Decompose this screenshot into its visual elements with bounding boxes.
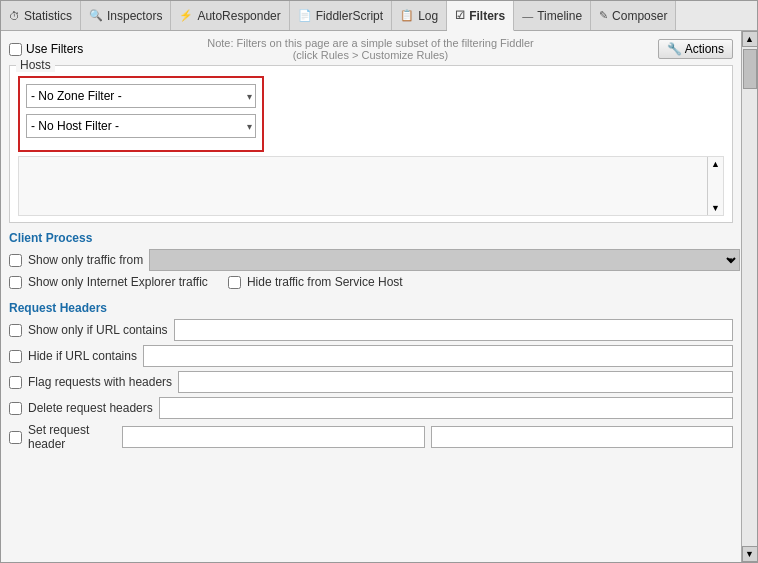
timeline-icon: — [522,10,533,22]
autoresponder-icon: ⚡ [179,9,193,22]
scroll-thumb[interactable] [743,49,757,89]
scroll-down-button[interactable]: ▼ [742,546,758,562]
set-header-name-input[interactable] [122,426,424,448]
set-header-checkbox[interactable] [9,431,22,444]
flag-headers-label: Flag requests with headers [28,375,172,389]
request-headers-header: Request Headers [9,301,733,315]
actions-button[interactable]: 🔧 Actions [658,39,733,59]
host-filter-select[interactable]: - No Host Filter - Show only if URL cont… [26,114,256,138]
tab-autoresponder[interactable]: ⚡ AutoResponder [171,1,289,30]
right-scrollbar: ▲ ▼ [741,31,757,562]
flag-headers-checkbox[interactable] [9,376,22,389]
actions-icon: 🔧 [667,42,682,56]
request-headers-section: Request Headers Show only if URL contain… [9,301,733,451]
hide-url-checkbox[interactable] [9,350,22,363]
hosts-text-area: ▲ ▼ [18,156,724,216]
zone-filter-select[interactable]: - No Zone Filter - Show only Intranet Ho… [26,84,256,108]
tab-log[interactable]: 📋 Log [392,1,447,30]
hosts-dropdowns-container: - No Zone Filter - Show only Intranet Ho… [18,76,264,152]
tab-inspectors[interactable]: 🔍 Inspectors [81,1,171,30]
show-traffic-checkbox[interactable] [9,254,22,267]
top-bar: Use Filters Note: Filters on this page a… [9,37,733,61]
show-url-row: Show only if URL contains [9,319,733,341]
hosts-label: Hosts [16,58,55,72]
delete-headers-input[interactable] [159,397,733,419]
filters-panel: Use Filters Note: Filters on this page a… [1,31,741,562]
show-url-input[interactable] [174,319,733,341]
tab-fiddlerscript[interactable]: 📄 FiddlerScript [290,1,392,30]
show-url-label: Show only if URL contains [28,323,168,337]
filter-note: Note: Filters on this page are a simple … [91,37,649,61]
set-header-row: Set request header [9,423,733,451]
tab-filters[interactable]: ☑ Filters [447,1,514,31]
ie-service-host-row: Show only Internet Explorer traffic Hide… [9,275,733,293]
scroll-up-button[interactable]: ▲ [742,31,758,47]
zone-filter-wrapper: - No Zone Filter - Show only Intranet Ho… [26,84,256,108]
delete-headers-row: Delete request headers [9,397,733,419]
inspectors-icon: 🔍 [89,9,103,22]
tab-timeline[interactable]: — Timeline [514,1,591,30]
hosts-scroll-up-icon[interactable]: ▲ [711,159,720,169]
show-ie-checkbox[interactable] [9,276,22,289]
hide-url-row: Hide if URL contains [9,345,733,367]
filters-checkbox-icon: ☑ [455,9,465,22]
flag-headers-row: Flag requests with headers [9,371,733,393]
show-traffic-row: Show only traffic from ▾ [9,249,733,271]
set-header-value-input[interactable] [431,426,733,448]
show-url-checkbox[interactable] [9,324,22,337]
use-filters-checkbox[interactable] [9,43,22,56]
flag-headers-input[interactable] [178,371,733,393]
host-filter-wrapper: - No Host Filter - Show only if URL cont… [26,114,256,138]
set-header-label: Set request header [28,423,116,451]
tab-composer[interactable]: ✎ Composer [591,1,676,30]
hide-service-host-checkbox[interactable] [228,276,241,289]
hosts-scroll-down-icon[interactable]: ▼ [711,203,720,213]
use-filters-label[interactable]: Use Filters [9,42,83,56]
statistics-icon: ⏱ [9,10,20,22]
delete-headers-label: Delete request headers [28,401,153,415]
composer-icon: ✎ [599,9,608,22]
client-process-header: Client Process [9,231,733,245]
tab-statistics[interactable]: ⏱ Statistics [1,1,81,30]
content-area: Use Filters Note: Filters on this page a… [1,31,757,562]
hosts-section: Hosts - No Zone Filter - Show only Intra… [9,65,733,223]
delete-headers-checkbox[interactable] [9,402,22,415]
show-traffic-label: Show only traffic from [28,253,143,267]
hide-url-label: Hide if URL contains [28,349,137,363]
hide-service-host-label[interactable]: Hide traffic from Service Host [228,275,403,289]
main-container: ⏱ Statistics 🔍 Inspectors ⚡ AutoResponde… [0,0,758,563]
show-ie-label[interactable]: Show only Internet Explorer traffic [9,275,208,289]
log-icon: 📋 [400,9,414,22]
hide-url-input[interactable] [143,345,733,367]
client-process-section: Client Process Show only traffic from ▾ … [9,231,733,293]
fiddlerscript-icon: 📄 [298,9,312,22]
hosts-scrollbar: ▲ ▼ [707,157,723,215]
traffic-process-dropdown[interactable] [149,249,740,271]
tab-bar: ⏱ Statistics 🔍 Inspectors ⚡ AutoResponde… [1,1,757,31]
